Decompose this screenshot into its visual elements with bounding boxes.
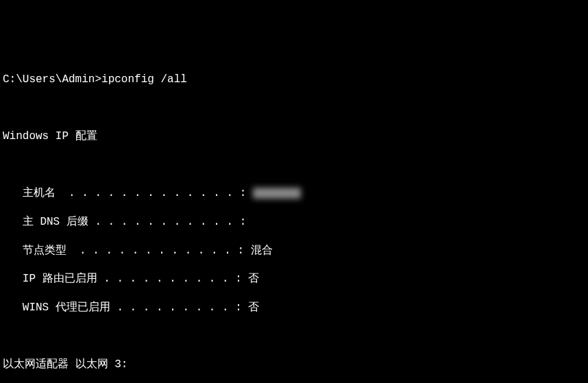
node-type-label: 节点类型 . . . . . . . . . . . . : [3,245,251,257]
terminal-output: C:\Users\Admin>ipconfig /all Windows IP … [3,58,585,383]
wins-proxy-value: 否 [248,301,259,314]
adapter3-title: 以太网适配器 以太网 3: [3,358,585,372]
command-text: ipconfig /all [101,73,187,86]
node-type-value: 混合 [251,245,273,257]
blank-line [3,101,585,116]
ip-routing-value: 否 [248,273,259,285]
wins-proxy-row: WINS 代理已启用 . . . . . . . . . : 否 [3,301,585,315]
prompt: C:\Users\Admin> [3,73,101,86]
node-type-row: 节点类型 . . . . . . . . . . . . : 混合 [3,244,585,258]
hostname-value-blurred [253,188,301,199]
ip-routing-label: IP 路由已启用 . . . . . . . . . . : [3,273,248,285]
hostname-label: 主机名 . . . . . . . . . . . . . : [3,187,253,199]
blank-line [3,158,585,173]
wins-proxy-label: WINS 代理已启用 . . . . . . . . . : [3,301,248,314]
command-line: C:\Users\Admin>ipconfig /all [3,73,585,87]
dns-suffix-row: 主 DNS 后缀 . . . . . . . . . . . : [3,215,585,230]
ip-routing-row: IP 路由已启用 . . . . . . . . . . : 否 [3,272,585,286]
blank-line [3,329,585,343]
section-header: Windows IP 配置 [3,129,585,144]
hostname-row: 主机名 . . . . . . . . . . . . . : [3,186,585,201]
